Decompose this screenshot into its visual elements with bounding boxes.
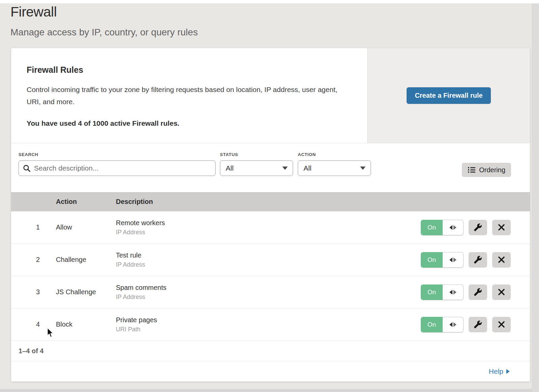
table-row: 1 Allow Remote workers IP Address On	[11, 211, 530, 244]
action-label: ACTION	[298, 152, 371, 157]
rule-enabled-toggle[interactable]: On	[421, 220, 464, 235]
chevron-down-icon	[282, 167, 288, 170]
rule-description: Test rule	[116, 251, 421, 259]
rule-priority: 4	[11, 321, 56, 328]
left-right-arrows-icon	[443, 317, 464, 332]
hero-title: Firewall Rules	[27, 65, 367, 75]
rule-enabled-toggle[interactable]: On	[421, 284, 464, 300]
ordering-button[interactable]: Ordering	[462, 163, 511, 177]
toggle-on-label: On	[421, 252, 443, 268]
help-link-label: Help	[489, 367, 503, 375]
rule-description-cell: Remote workers IP Address	[116, 219, 421, 236]
triangle-right-icon	[506, 369, 510, 374]
pagination-range: 1–4 of 4	[19, 347, 43, 355]
table-row: 3 JS Challenge Spam comments IP Address …	[11, 276, 530, 308]
x-icon	[498, 289, 505, 296]
column-header-action: Action	[56, 198, 116, 206]
status-selected-value: All	[226, 164, 233, 172]
window-right-scroll-track[interactable]	[532, 3, 539, 392]
rule-priority: 2	[11, 256, 56, 264]
search-icon	[23, 164, 31, 172]
page-subtitle: Manage access by IP, country, or query r…	[10, 27, 198, 38]
left-right-arrows-icon	[443, 220, 464, 235]
triangle-left-icon	[449, 322, 452, 327]
firewall-rules-card: Firewall Rules Control incoming traffic …	[11, 48, 530, 382]
triangle-left-icon	[449, 290, 452, 295]
delete-rule-button[interactable]	[492, 317, 511, 332]
action-selected-value: All	[304, 164, 311, 172]
x-icon	[498, 256, 505, 263]
rule-priority: 3	[11, 288, 56, 296]
search-filter-group: SEARCH	[19, 152, 216, 176]
rule-description: Private pages	[116, 316, 421, 324]
rule-enabled-toggle[interactable]: On	[421, 317, 464, 332]
firewall-rules-hero: Firewall Rules Control incoming traffic …	[11, 48, 530, 143]
rule-description-cell: Spam comments IP Address	[116, 284, 421, 301]
rule-description-cell: Private pages URI Path	[116, 316, 421, 333]
status-filter-group: STATUS All	[220, 152, 293, 176]
rule-action: JS Challenge	[56, 288, 116, 296]
pagination-row: 1–4 of 4	[11, 341, 530, 361]
rule-match-type: IP Address	[116, 261, 421, 268]
edit-rule-button[interactable]	[469, 284, 487, 300]
search-label: SEARCH	[19, 152, 216, 157]
rule-controls: On	[421, 220, 511, 235]
wrench-icon	[474, 320, 482, 329]
delete-rule-button[interactable]	[492, 220, 511, 235]
rule-match-type: IP Address	[116, 294, 421, 301]
column-header-description: Description	[116, 198, 153, 206]
hero-action-panel: Create a Firewall rule	[367, 48, 530, 143]
triangle-left-icon	[449, 258, 452, 262]
status-select[interactable]: All	[220, 160, 293, 176]
edit-rule-button[interactable]	[469, 220, 487, 235]
table-header: Action Description	[11, 192, 530, 211]
rules-usage-text: You have used 4 of 1000 active Firewall …	[27, 119, 367, 127]
edit-rule-button[interactable]	[469, 317, 487, 332]
rule-match-type: URI Path	[116, 326, 421, 333]
action-select[interactable]: All	[298, 160, 371, 176]
card-footer: Help	[11, 361, 530, 382]
toggle-on-label: On	[421, 284, 443, 300]
create-firewall-rule-button[interactable]: Create a Firewall rule	[407, 87, 490, 104]
search-box	[19, 160, 216, 176]
rule-enabled-toggle[interactable]: On	[421, 252, 464, 268]
ordered-list-icon	[468, 166, 476, 174]
toggle-on-label: On	[421, 220, 443, 235]
triangle-left-icon	[449, 225, 452, 230]
edit-rule-button[interactable]	[469, 252, 487, 268]
left-right-arrows-icon	[443, 252, 464, 268]
wrench-icon	[474, 223, 482, 232]
wrench-icon	[474, 255, 482, 264]
rule-controls: On	[421, 252, 511, 268]
triangle-right-icon	[453, 322, 456, 327]
rule-action: Block	[56, 321, 116, 328]
toggle-on-label: On	[421, 317, 443, 332]
triangle-right-icon	[453, 225, 456, 230]
rule-controls: On	[421, 317, 511, 332]
table-row: 4 Block Private pages URI Path On	[11, 308, 530, 341]
hero-text-block: Firewall Rules Control incoming traffic …	[11, 48, 367, 143]
x-icon	[498, 321, 505, 328]
rule-description: Remote workers	[116, 219, 421, 227]
rule-action: Allow	[56, 223, 116, 231]
rule-match-type: IP Address	[116, 229, 421, 236]
x-icon	[498, 224, 505, 231]
rule-priority: 1	[11, 223, 56, 231]
ordering-button-label: Ordering	[479, 166, 505, 174]
left-right-arrows-icon	[443, 284, 464, 300]
hero-description: Control incoming traffic to your zone by…	[27, 84, 348, 108]
rule-description-cell: Test rule IP Address	[116, 251, 421, 268]
search-input[interactable]	[19, 160, 216, 176]
triangle-right-icon	[453, 290, 456, 295]
rule-description: Spam comments	[116, 284, 421, 292]
help-link[interactable]: Help	[489, 367, 510, 375]
delete-rule-button[interactable]	[492, 284, 511, 300]
filters-bar: SEARCH STATUS All ACTION All	[11, 143, 530, 192]
window-bottom-strip	[0, 389, 532, 392]
delete-rule-button[interactable]	[492, 252, 511, 268]
triangle-right-icon	[453, 258, 456, 262]
table-row: 2 Challenge Test rule IP Address On	[11, 244, 530, 276]
window-top-strip	[0, 0, 539, 3]
rule-action: Challenge	[56, 256, 116, 264]
wrench-icon	[474, 288, 482, 296]
